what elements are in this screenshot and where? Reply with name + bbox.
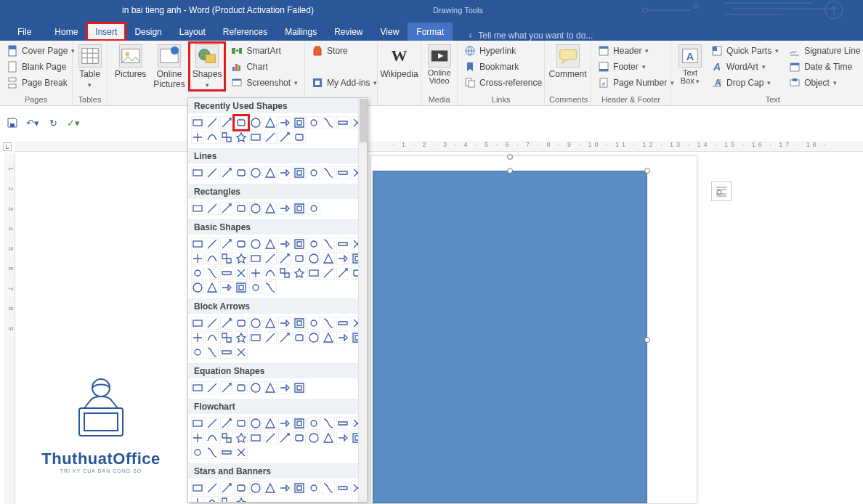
shape-item[interactable] — [278, 252, 291, 265]
cover-page-button[interactable]: Cover Page — [4, 43, 68, 58]
shape-item[interactable] — [249, 237, 262, 251]
screenshot-button[interactable]: Screenshot — [229, 75, 300, 90]
shape-item[interactable] — [264, 431, 277, 444]
shape-item[interactable] — [278, 431, 291, 444]
shape-item[interactable] — [206, 202, 219, 215]
shape-item[interactable] — [191, 116, 204, 129]
ruler-horizontal[interactable]: · 1 · 2 · 3 · 4 · 5 · 6 · 7 · 8 · 9 · 10… — [15, 141, 863, 152]
shape-item[interactable] — [249, 317, 262, 330]
shape-item[interactable] — [307, 166, 320, 179]
online-video-button[interactable]: Online Video — [426, 43, 453, 85]
shape-item[interactable] — [293, 116, 306, 129]
object-button[interactable]: Object — [787, 75, 863, 90]
shape-item[interactable] — [220, 267, 233, 280]
shape-item[interactable] — [220, 496, 233, 503]
shape-item[interactable] — [220, 417, 233, 430]
shape-item[interactable] — [322, 116, 335, 129]
shape-item[interactable] — [220, 237, 233, 251]
shape-item[interactable] — [235, 131, 248, 144]
shape-item[interactable] — [336, 317, 349, 330]
shape-item[interactable] — [235, 381, 248, 394]
shape-item[interactable] — [220, 346, 233, 359]
shape-item[interactable] — [235, 346, 248, 359]
shape-item[interactable] — [191, 267, 204, 280]
shape-item[interactable] — [191, 417, 204, 430]
shape-item[interactable] — [264, 267, 277, 280]
tab-design[interactable]: Design — [126, 23, 170, 41]
resize-handle-ne[interactable] — [644, 168, 650, 174]
shape-item[interactable] — [220, 481, 233, 495]
shape-item[interactable] — [191, 481, 204, 495]
shape-item[interactable] — [278, 317, 291, 330]
shape-item[interactable] — [293, 331, 306, 344]
shape-item[interactable] — [220, 166, 233, 179]
shape-item[interactable] — [307, 481, 320, 495]
shape-item[interactable] — [235, 267, 248, 280]
shape-item[interactable] — [307, 116, 320, 129]
shape-item[interactable] — [322, 481, 335, 495]
shape-item[interactable] — [235, 317, 248, 330]
page-break-button[interactable]: Page Break — [4, 75, 68, 90]
shape-item[interactable] — [235, 252, 248, 265]
shape-item[interactable] — [264, 381, 277, 394]
shape-item[interactable] — [293, 431, 306, 444]
shape-item[interactable] — [191, 317, 204, 330]
shape-item[interactable] — [293, 202, 306, 215]
shape-item[interactable] — [278, 267, 291, 280]
shape-item[interactable] — [278, 417, 291, 430]
date-time-button[interactable]: Date & Time — [787, 59, 863, 74]
shape-item[interactable] — [264, 252, 277, 265]
shape-item[interactable] — [336, 116, 349, 129]
shape-item[interactable] — [307, 237, 320, 251]
online-pictures-button[interactable]: Online Pictures — [150, 43, 187, 90]
chart-button[interactable]: Chart — [229, 59, 300, 74]
tab-file[interactable]: File — [15, 23, 46, 41]
shape-item[interactable] — [191, 202, 204, 215]
footer-button[interactable]: Footer — [596, 59, 666, 74]
shape-item[interactable] — [220, 131, 233, 144]
tell-me[interactable]: ♀ Tell me what you want to do... — [467, 31, 593, 41]
header-button[interactable]: Header — [596, 43, 666, 58]
redo-icon[interactable]: ↻ — [46, 116, 60, 129]
shape-item[interactable] — [220, 116, 233, 129]
shape-item[interactable] — [322, 431, 335, 444]
shape-item[interactable] — [264, 481, 277, 495]
shape-item[interactable] — [307, 417, 320, 430]
shape-item[interactable] — [307, 202, 320, 215]
tab-home[interactable]: Home — [46, 23, 86, 41]
smartart-button[interactable]: SmartArt — [229, 43, 300, 58]
table-button[interactable]: Table — [77, 43, 102, 89]
selected-rectangle-shape[interactable] — [373, 171, 647, 503]
shape-item[interactable] — [322, 166, 335, 179]
tab-mailings[interactable]: Mailings — [276, 23, 325, 41]
shape-item[interactable] — [336, 166, 349, 179]
shape-item[interactable] — [191, 237, 204, 251]
shape-item[interactable] — [206, 496, 219, 503]
store-button[interactable]: Store — [309, 43, 373, 58]
shape-item[interactable] — [206, 131, 219, 144]
shape-item[interactable] — [220, 331, 233, 344]
shape-item[interactable] — [278, 116, 291, 129]
shape-item[interactable] — [220, 281, 233, 294]
spelling-icon[interactable]: ✓▾ — [67, 116, 80, 129]
shape-item[interactable] — [191, 131, 204, 144]
shape-item[interactable] — [235, 166, 248, 179]
shape-item[interactable] — [293, 131, 306, 144]
scrollbar[interactable] — [358, 98, 367, 502]
quick-parts-button[interactable]: Quick Parts — [709, 43, 781, 58]
shape-item[interactable] — [191, 496, 204, 503]
shape-item[interactable] — [249, 431, 262, 444]
shape-item[interactable] — [264, 317, 277, 330]
tab-selector[interactable]: L — [3, 142, 12, 151]
shape-item[interactable] — [293, 417, 306, 430]
shape-item[interactable] — [191, 381, 204, 394]
shape-item[interactable] — [322, 331, 335, 344]
shape-item[interactable] — [206, 166, 219, 179]
scrollbar-thumb[interactable] — [360, 99, 367, 142]
shape-item[interactable] — [206, 252, 219, 265]
shape-item[interactable] — [206, 116, 219, 129]
shape-item[interactable] — [235, 331, 248, 344]
shape-item[interactable] — [307, 317, 320, 330]
shape-item[interactable] — [278, 331, 291, 344]
tab-layout[interactable]: Layout — [171, 23, 214, 41]
